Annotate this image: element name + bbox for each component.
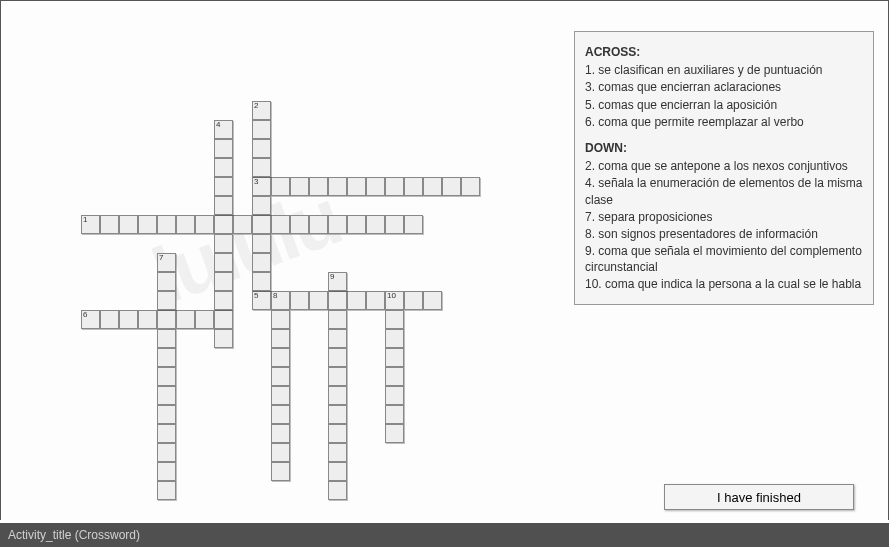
cell-r13-c14[interactable] [328,329,347,348]
cell-r5-c12[interactable] [290,177,309,196]
cell-r15-c14[interactable] [328,367,347,386]
cell-r12-c3[interactable] [119,310,138,329]
cell-r4-c8[interactable] [214,158,233,177]
cell-r7-c12[interactable] [290,215,309,234]
cell-r12-c8[interactable] [214,310,233,329]
cell-r15-c17[interactable] [385,367,404,386]
cell-r11-c14[interactable] [328,291,347,310]
cell-r12-c7[interactable] [195,310,214,329]
cell-r15-c5[interactable] [157,367,176,386]
cell-r13-c5[interactable] [157,329,176,348]
cell-r13-c17[interactable] [385,329,404,348]
cell-r7-c4[interactable] [138,215,157,234]
cell-r18-c5[interactable] [157,424,176,443]
cell-r19-c11[interactable] [271,443,290,462]
cell-r11-c13[interactable] [309,291,328,310]
cell-r17-c14[interactable] [328,405,347,424]
cell-r2-c8[interactable]: 4 [214,120,233,139]
cell-r9-c10[interactable] [252,253,271,272]
cell-r11-c12[interactable] [290,291,309,310]
cell-r18-c17[interactable] [385,424,404,443]
cell-r7-c13[interactable] [309,215,328,234]
cell-r17-c5[interactable] [157,405,176,424]
finish-button[interactable]: I have finished [664,484,854,510]
cell-r7-c14[interactable] [328,215,347,234]
cell-r7-c3[interactable] [119,215,138,234]
cell-r4-c10[interactable] [252,158,271,177]
cell-r21-c5[interactable] [157,481,176,500]
cell-r18-c11[interactable] [271,424,290,443]
cell-r11-c19[interactable] [423,291,442,310]
cell-r7-c6[interactable] [176,215,195,234]
cell-r10-c10[interactable] [252,272,271,291]
cell-r3-c10[interactable] [252,139,271,158]
cell-r7-c5[interactable] [157,215,176,234]
cell-r14-c14[interactable] [328,348,347,367]
cell-r12-c5[interactable] [157,310,176,329]
cell-r9-c8[interactable] [214,253,233,272]
cell-r5-c15[interactable] [347,177,366,196]
cell-r12-c4[interactable] [138,310,157,329]
cell-r12-c1[interactable]: 6 [81,310,100,329]
cell-r6-c8[interactable] [214,196,233,215]
cell-r16-c14[interactable] [328,386,347,405]
cell-r20-c11[interactable] [271,462,290,481]
cell-r7-c1[interactable]: 1 [81,215,100,234]
cell-r18-c14[interactable] [328,424,347,443]
cell-r2-c10[interactable] [252,120,271,139]
cell-r12-c17[interactable] [385,310,404,329]
cell-r5-c20[interactable] [442,177,461,196]
cell-r8-c10[interactable] [252,234,271,253]
cell-r5-c19[interactable] [423,177,442,196]
cell-r19-c14[interactable] [328,443,347,462]
cell-r5-c14[interactable] [328,177,347,196]
cell-r6-c10[interactable] [252,196,271,215]
cell-r14-c11[interactable] [271,348,290,367]
cell-r7-c16[interactable] [366,215,385,234]
cell-r16-c5[interactable] [157,386,176,405]
cell-r12-c14[interactable] [328,310,347,329]
cell-r12-c2[interactable] [100,310,119,329]
cell-r7-c9[interactable] [233,215,252,234]
cell-r13-c8[interactable] [214,329,233,348]
cell-r11-c11[interactable]: 8 [271,291,290,310]
cell-r17-c11[interactable] [271,405,290,424]
cell-r8-c8[interactable] [214,234,233,253]
cell-r19-c5[interactable] [157,443,176,462]
cell-r13-c11[interactable] [271,329,290,348]
cell-r7-c11[interactable] [271,215,290,234]
cell-r5-c17[interactable] [385,177,404,196]
cell-r11-c18[interactable] [404,291,423,310]
cell-r3-c8[interactable] [214,139,233,158]
cell-r14-c5[interactable] [157,348,176,367]
cell-r9-c5[interactable]: 7 [157,253,176,272]
cell-r1-c10[interactable]: 2 [252,101,271,120]
cell-r5-c21[interactable] [461,177,480,196]
cell-r5-c10[interactable]: 3 [252,177,271,196]
cell-r20-c5[interactable] [157,462,176,481]
cell-r10-c8[interactable] [214,272,233,291]
cell-r20-c14[interactable] [328,462,347,481]
cell-r15-c11[interactable] [271,367,290,386]
cell-r5-c13[interactable] [309,177,328,196]
cell-r21-c14[interactable] [328,481,347,500]
cell-r7-c17[interactable] [385,215,404,234]
cell-r16-c11[interactable] [271,386,290,405]
cell-r5-c11[interactable] [271,177,290,196]
cell-r10-c14[interactable]: 9 [328,272,347,291]
cell-r7-c18[interactable] [404,215,423,234]
cell-r5-c16[interactable] [366,177,385,196]
cell-r11-c5[interactable] [157,291,176,310]
cell-r11-c8[interactable] [214,291,233,310]
cell-r11-c17[interactable]: 10 [385,291,404,310]
cell-r17-c17[interactable] [385,405,404,424]
cell-r7-c8[interactable] [214,215,233,234]
cell-r10-c5[interactable] [157,272,176,291]
cell-r5-c18[interactable] [404,177,423,196]
cell-r5-c8[interactable] [214,177,233,196]
cell-r12-c11[interactable] [271,310,290,329]
cell-r14-c17[interactable] [385,348,404,367]
cell-r11-c15[interactable] [347,291,366,310]
cell-r7-c2[interactable] [100,215,119,234]
cell-r16-c17[interactable] [385,386,404,405]
